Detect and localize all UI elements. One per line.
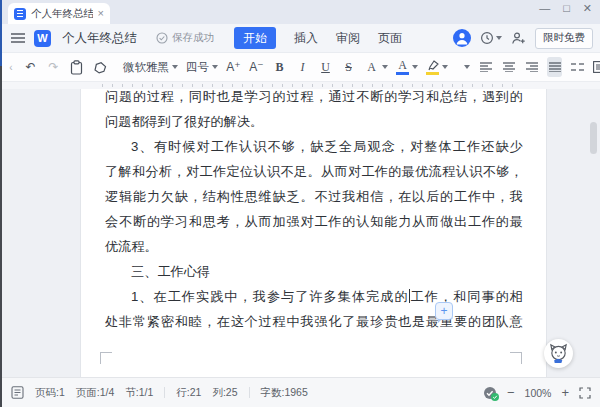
clock-icon (480, 31, 494, 45)
highlight-pen-icon (427, 60, 439, 71)
chevron-down-icon (442, 65, 448, 69)
history-dropdown[interactable] (480, 31, 502, 45)
more-text-options-icon[interactable] (464, 65, 470, 69)
tab-close-icon[interactable]: × (98, 8, 104, 19)
font-name-select[interactable]: 微软雅黑 (123, 60, 178, 75)
status-word-count[interactable]: 字数:1965 (261, 386, 308, 400)
limited-free-button[interactable]: 限时免费 (535, 28, 593, 49)
invite-user-icon[interactable] (511, 31, 526, 45)
wps-writer-logo[interactable]: W (34, 30, 51, 47)
paste-button[interactable] (69, 57, 84, 77)
undo-button[interactable]: ↶ (23, 57, 38, 77)
font-size-select[interactable]: 四号 (186, 60, 218, 75)
line-spacing-button[interactable] (570, 57, 585, 77)
align-right-button[interactable] (524, 57, 539, 77)
text-line[interactable]: 会不断的学习和思考，从而加强对工作的认知能力从而做出工作的最 (105, 209, 523, 234)
document-icon (14, 8, 26, 20)
format-toolbar: ‹ ↶ ↷ 微软雅黑 四号 A⁺ A⁻ B I U S A A (2, 52, 600, 82)
text-line-heading[interactable]: 三、工作心得 (105, 259, 523, 284)
user-avatar[interactable] (453, 29, 471, 47)
fit-screen-icon[interactable] (579, 387, 591, 399)
chevron-down-icon (212, 65, 218, 69)
status-line: 行:21 (176, 386, 201, 400)
text-line[interactable]: 1、在工作实践中，我参与了许多集体完成的工作，和同事的相 (105, 284, 523, 309)
paragraph-layout-dropdown[interactable] (593, 61, 600, 73)
zoom-level[interactable]: 100% (525, 387, 552, 399)
vertical-scrollbar[interactable] (590, 122, 597, 154)
margin-corner-mark (510, 352, 522, 364)
font-color-dropdown[interactable]: A (396, 59, 418, 75)
ruler-ticks (102, 84, 522, 87)
assistant-mascot-button[interactable] (544, 339, 573, 368)
chevron-down-icon (496, 36, 502, 40)
chevron-down-icon (382, 65, 388, 69)
menu-tab-review[interactable]: 审阅 (336, 30, 360, 47)
text-line[interactable]: 逻辑能力欠缺，结构性思维缺乏。不过我相信，在以后的工作中，我 (105, 184, 523, 209)
text-effects-dropdown[interactable]: A (364, 57, 388, 77)
menu-tab-insert[interactable]: 插入 (294, 30, 318, 47)
align-center-button[interactable] (501, 57, 516, 77)
window-controls: — □ ✕ (539, 3, 592, 14)
font-color-letter: A (398, 59, 407, 71)
status-page-count: 页面:1/4 (76, 386, 115, 400)
text-line[interactable]: 问题的过程，同时也是学习的过程，通过不断的学习和总结，遇到的 (105, 89, 523, 109)
font-size-value: 四号 (186, 60, 209, 75)
main-menu-icon[interactable] (11, 33, 25, 43)
zoom-in-button[interactable]: + (561, 386, 569, 399)
highlight-color-swatch (426, 72, 439, 75)
maximize-button[interactable]: □ (563, 3, 570, 14)
font-name-value: 微软雅黑 (123, 60, 169, 75)
chevron-down-icon (412, 65, 418, 69)
text-line[interactable]: 问题都得到了很好的解决。 (105, 109, 523, 134)
app-title: 个人年终总结 (62, 30, 137, 47)
save-status-text: 保存成功 (172, 31, 214, 45)
format-eraser-button[interactable] (92, 57, 107, 77)
tab-bar: 个人年终总结.d... × — □ ✕ (2, 0, 600, 24)
sync-badge-check-icon (491, 393, 499, 401)
document-canvas[interactable]: 问题的过程，同时也是学习的过程，通过不断的学习和总结，遇到的 问题都得到了很好的… (2, 89, 600, 377)
text-effect-label: A (364, 57, 379, 77)
menu-tab-page[interactable]: 页面 (378, 30, 402, 47)
status-section: 节:1/1 (125, 386, 153, 400)
redo-button[interactable]: ↷ (46, 57, 61, 77)
close-button[interactable]: ✕ (583, 3, 592, 14)
status-bar: 页码:1 页面:1/4 节:1/1 行:21 列:25 字数:1965 − 10… (2, 377, 600, 407)
status-page-number: 页码:1 (35, 386, 65, 400)
document-text[interactable]: 问题的过程，同时也是学习的过程，通过不断的学习和总结，遇到的 问题都得到了很好的… (105, 89, 523, 334)
decrease-font-button[interactable]: A⁻ (249, 57, 264, 77)
font-color-swatch (396, 72, 409, 75)
save-status: 保存成功 (156, 31, 214, 45)
underline-button[interactable]: U (318, 57, 333, 77)
horizontal-ruler[interactable] (2, 82, 600, 89)
check-circle-icon (156, 32, 168, 44)
chevron-down-icon (172, 65, 178, 69)
margin-corner-mark (100, 352, 112, 364)
title-bar: W 个人年终总结 保存成功 开始 插入 审阅 页面 限时免费 (2, 24, 600, 52)
italic-button[interactable]: I (295, 57, 310, 77)
paragraph-border-icon (593, 61, 600, 73)
text-before-caret: 1、在工作实践中，我参与了许多集体完成的 (131, 289, 409, 304)
bold-button[interactable]: B (272, 57, 287, 77)
align-left-button[interactable] (478, 57, 493, 77)
cat-mascot-icon (548, 343, 569, 364)
justify-button[interactable] (547, 57, 562, 77)
highlight-color-dropdown[interactable] (426, 60, 448, 75)
add-comment-button[interactable]: + (435, 302, 453, 320)
text-line[interactable]: 了解和分析，对工作定位认识不足。从而对工作的最优流程认识不够， (105, 159, 523, 184)
document-tab[interactable]: 个人年终总结.d... × (8, 3, 110, 24)
menu-tab-home[interactable]: 开始 (234, 27, 276, 49)
text-line[interactable]: 优流程。 (105, 234, 523, 259)
text-after-caret: 工作，和同事的相 (410, 289, 523, 304)
status-column: 列:25 (212, 386, 237, 400)
page-view-icon[interactable] (11, 386, 24, 399)
sync-status-icon[interactable] (483, 386, 497, 400)
strikethrough-button[interactable]: S (341, 57, 356, 77)
text-line[interactable]: 处非常紧密和睦，在这个过程中我强化了最珍贵也是最重要的团队意 (105, 309, 523, 334)
document-tab-title: 个人年终总结.d... (31, 7, 93, 21)
text-line[interactable]: 3、有时候对工作认识不够，缺乏全局观念，对整体工作还缺少 (105, 134, 523, 159)
collapse-toolbar-icon[interactable]: ‹ (7, 57, 15, 77)
document-page[interactable]: 问题的过程，同时也是学习的过程，通过不断的学习和总结，遇到的 问题都得到了很好的… (80, 89, 547, 377)
zoom-out-button[interactable]: − (507, 386, 515, 399)
minimize-button[interactable]: — (539, 3, 550, 14)
increase-font-button[interactable]: A⁺ (226, 57, 241, 77)
